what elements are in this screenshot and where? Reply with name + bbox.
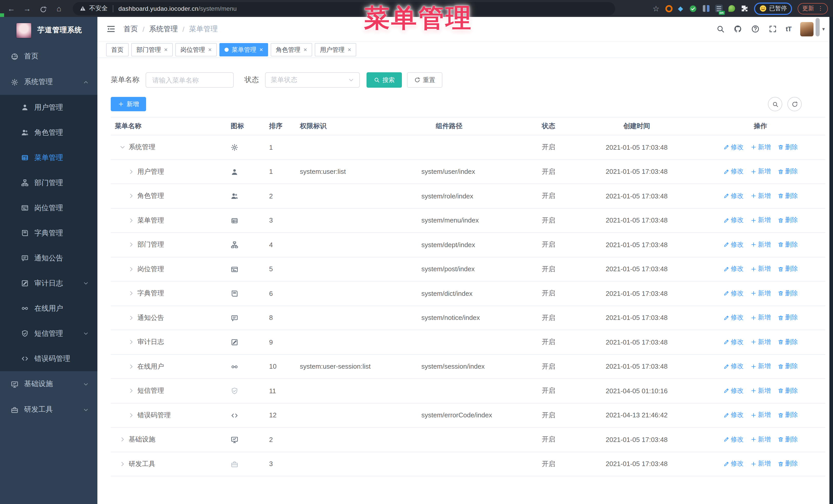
edit-link[interactable]: 修改 [723,460,743,469]
edit-link[interactable]: 修改 [723,265,743,273]
edit-link[interactable]: 修改 [723,216,743,225]
edit-link[interactable]: 修改 [723,314,743,322]
tab[interactable]: 岗位管理× [175,43,217,56]
sidebar-item[interactable]: 错误码管理 [0,346,97,371]
status-select[interactable]: 菜单状态 [265,72,360,88]
sidebar-item[interactable]: 研发工具 [0,397,97,423]
edit-link[interactable]: 修改 [723,143,743,152]
edit-link[interactable]: 修改 [723,192,743,200]
sidebar-item[interactable]: 字典管理 [0,220,97,246]
expand-caret-icon[interactable] [128,242,134,248]
sidebar-item[interactable]: 首页 [0,44,97,69]
bookmark-star-icon[interactable]: ☆ [652,4,660,13]
sidebar-item[interactable]: 部门管理 [0,170,97,195]
breadcrumb-item[interactable]: 系统管理 [149,24,178,33]
add-inline-link[interactable]: 新增 [750,338,771,346]
close-icon[interactable]: × [304,47,307,53]
close-icon[interactable]: × [164,47,168,53]
delete-link[interactable]: 删除 [777,265,798,273]
expand-caret-icon[interactable] [128,217,134,223]
forward-icon[interactable]: → [21,0,33,17]
scrollbar[interactable] [815,18,820,37]
delete-link[interactable]: 删除 [777,435,798,444]
add-inline-link[interactable]: 新增 [750,435,771,444]
profile-paused-badge[interactable]: 已暂停 [754,2,792,15]
delete-link[interactable]: 删除 [777,460,798,469]
edit-link[interactable]: 修改 [723,411,743,419]
add-inline-link[interactable]: 新增 [750,289,771,298]
expand-caret-icon[interactable] [119,461,125,467]
extension-bars-icon[interactable] [703,5,709,12]
update-browser-button[interactable]: 更新 ⋮ [798,3,828,14]
tab[interactable]: 用户管理× [315,43,356,56]
delete-link[interactable]: 删除 [777,289,798,298]
delete-link[interactable]: 删除 [777,143,798,152]
reload-icon[interactable] [37,0,49,17]
sidebar-fold-icon[interactable] [106,24,116,34]
add-inline-link[interactable]: 新增 [750,240,771,249]
delete-link[interactable]: 删除 [777,387,798,395]
expand-caret-icon[interactable] [119,437,125,443]
tab[interactable]: 菜单管理× [219,43,268,56]
menu-name-input[interactable] [146,72,234,88]
sidebar-item[interactable]: 基础设施 [0,371,97,397]
add-inline-link[interactable]: 新增 [750,411,771,419]
add-inline-link[interactable]: 新增 [750,314,771,322]
delete-link[interactable]: 删除 [777,240,798,249]
add-inline-link[interactable]: 新增 [750,387,771,395]
sidebar-item[interactable]: 岗位管理 [0,195,97,220]
add-button[interactable]: 新增 [111,97,146,111]
add-inline-link[interactable]: 新增 [750,362,771,371]
question-icon[interactable] [751,25,759,33]
extension-gem-icon[interactable]: ◆ [678,5,683,12]
extension-on-badge-icon[interactable]: on [715,5,722,12]
close-icon[interactable]: × [208,47,212,53]
expand-caret-icon[interactable] [128,339,134,345]
add-inline-link[interactable]: 新增 [750,460,771,469]
add-inline-link[interactable]: 新增 [750,143,771,152]
home-icon[interactable]: ⌂ [53,0,65,17]
fullscreen-icon[interactable] [768,25,777,33]
chevron-down-icon[interactable]: ▾ [822,26,825,32]
github-icon[interactable] [733,25,742,33]
add-inline-link[interactable]: 新增 [750,192,771,200]
breadcrumb-item[interactable]: 首页 [123,24,138,33]
extension-orange-ring-icon[interactable] [665,5,672,12]
tab[interactable]: 角色管理× [271,43,312,56]
add-inline-link[interactable]: 新增 [750,167,771,176]
fontsize-icon[interactable]: tT [786,25,791,33]
edit-link[interactable]: 修改 [723,362,743,371]
toggle-search-button[interactable] [768,97,782,111]
expand-caret-icon[interactable] [128,388,134,394]
close-icon[interactable]: × [259,47,263,53]
search-button[interactable]: 搜索 [366,72,402,88]
expand-caret-icon[interactable] [128,290,134,296]
expand-caret-icon[interactable] [128,315,134,321]
edit-link[interactable]: 修改 [723,289,743,298]
app-logo[interactable]: 芋道管理系统 [0,17,97,44]
extension-leaf-icon[interactable] [728,5,735,12]
user-avatar[interactable] [800,22,813,36]
add-inline-link[interactable]: 新增 [750,216,771,225]
delete-link[interactable]: 删除 [777,338,798,346]
expand-caret-icon[interactable] [128,363,134,370]
sidebar-item[interactable]: 系统管理 [0,69,97,95]
delete-link[interactable]: 删除 [777,362,798,371]
sidebar-item[interactable]: 用户管理 [0,95,97,120]
refresh-table-button[interactable] [787,97,802,111]
delete-link[interactable]: 删除 [777,411,798,419]
sidebar-item[interactable]: 通知公告 [0,246,97,271]
delete-link[interactable]: 删除 [777,167,798,176]
add-inline-link[interactable]: 新增 [750,265,771,273]
extension-green-check-icon[interactable] [689,4,697,13]
edit-link[interactable]: 修改 [723,167,743,176]
expand-caret-icon[interactable] [128,193,134,199]
expand-caret-icon[interactable] [128,266,134,272]
delete-link[interactable]: 删除 [777,192,798,200]
back-icon[interactable]: ← [5,0,18,17]
tab[interactable]: 首页 [106,43,129,56]
address-bar[interactable]: 不安全 dashboard.yudao.iocoder.cn /system/m… [73,2,615,15]
expand-caret-icon[interactable] [128,412,134,418]
kebab-menu-icon[interactable]: ⋮ [818,5,823,12]
sidebar-item[interactable]: 审计日志 [0,271,97,296]
